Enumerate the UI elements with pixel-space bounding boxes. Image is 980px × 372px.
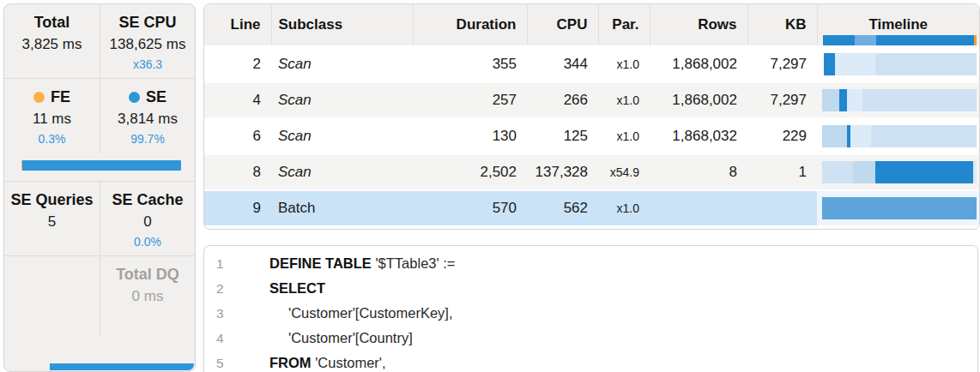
table-row[interactable]: 9Batch570562x1.0 bbox=[204, 190, 979, 225]
timeline-segment bbox=[862, 89, 977, 111]
metric-fe-label: FE bbox=[51, 88, 70, 105]
timeline-bar bbox=[822, 161, 977, 183]
timeline-segment bbox=[835, 53, 875, 75]
timings-table-body: 2Scan355344x1.01,868,0027,2974Scan257266… bbox=[204, 46, 979, 225]
query-line-code: DEFINE TABLE '$TTable3' := bbox=[256, 251, 455, 276]
metric-fe-value: 11 ms bbox=[6, 108, 98, 130]
fe-se-section: FE 11 ms 0.3% SE 3,814 ms 99.7% bbox=[4, 79, 195, 153]
column-header-kb[interactable]: KB bbox=[747, 4, 817, 46]
timeline-bar bbox=[822, 89, 977, 111]
cell-cpu: 562 bbox=[527, 190, 598, 225]
cell-line: 8 bbox=[204, 154, 271, 190]
cell-line: 2 bbox=[204, 46, 271, 82]
metric-fe: FE 11 ms 0.3% bbox=[4, 79, 100, 153]
cell-duration: 570 bbox=[413, 190, 527, 225]
cell-rows: 1,868,002 bbox=[650, 82, 747, 118]
metric-se-label: SE bbox=[146, 88, 166, 105]
query-line-number: 1 bbox=[204, 251, 256, 276]
cell-subclass: Scan bbox=[271, 46, 413, 82]
server-timings-table: Line Subclass Duration CPU Par. Rows KB … bbox=[204, 4, 979, 225]
dax-text: 'Customer', bbox=[312, 355, 386, 370]
table-header-row: Line Subclass Duration CPU Par. Rows KB … bbox=[204, 4, 979, 46]
cell-timeline bbox=[817, 154, 979, 190]
timeline-segment bbox=[855, 35, 876, 45]
cell-par: x54.9 bbox=[598, 154, 650, 190]
table-row[interactable]: 4Scan257266x1.01,868,0027,297 bbox=[204, 82, 979, 118]
metric-fe-pct: 0.3% bbox=[6, 130, 98, 147]
cell-cpu: 137,328 bbox=[527, 154, 598, 190]
total-dq-section: Total DQ 0 ms bbox=[4, 256, 195, 337]
query-line: 2SELECT bbox=[204, 276, 977, 301]
cell-par: x1.0 bbox=[598, 82, 650, 118]
cell-rows: 8 bbox=[650, 154, 747, 190]
query-line-number: 3 bbox=[204, 301, 256, 326]
column-header-subclass[interactable]: Subclass bbox=[271, 4, 413, 46]
cell-par: x1.0 bbox=[598, 46, 650, 82]
timeline-segment bbox=[850, 125, 870, 147]
cell-kb: 7,297 bbox=[747, 82, 817, 118]
timeline-segment bbox=[973, 161, 977, 183]
metric-se-cache-pct: 0.0% bbox=[102, 233, 193, 250]
metric-se-queries: SE Queries 5 bbox=[4, 182, 100, 255]
metric-total-label: Total bbox=[6, 11, 98, 33]
cell-rows: 1,868,032 bbox=[650, 118, 747, 154]
cell-subclass: Scan bbox=[271, 154, 413, 190]
cell-rows: 1,868,002 bbox=[650, 46, 747, 82]
column-header-rows[interactable]: Rows bbox=[650, 4, 747, 46]
query-text-panel: 1DEFINE TABLE '$TTable3' :=2SELECT3'Cust… bbox=[203, 245, 978, 372]
cell-kb: 229 bbox=[747, 118, 817, 154]
column-header-par[interactable]: Par. bbox=[598, 4, 650, 46]
metric-total-value: 3,825 ms bbox=[6, 33, 98, 56]
column-header-duration[interactable]: Duration bbox=[413, 4, 527, 46]
query-line-code: 'Customer'[CustomerKey], bbox=[256, 301, 453, 326]
cell-kb: 1 bbox=[747, 154, 817, 190]
cell-cpu: 344 bbox=[527, 46, 598, 82]
query-line: 3'Customer'[CustomerKey], bbox=[204, 301, 977, 326]
query-line-code: 'Customer'[Country] bbox=[256, 326, 413, 351]
metric-se-cpu-ratio: x36.3 bbox=[102, 56, 193, 73]
query-line-code: SELECT bbox=[256, 276, 325, 301]
cell-subclass: Scan bbox=[271, 82, 413, 118]
column-header-timeline[interactable]: Timeline bbox=[817, 4, 979, 46]
metric-se-cache-label: SE Cache bbox=[102, 189, 193, 211]
cell-duration: 257 bbox=[413, 82, 527, 118]
metric-se-cpu-label: SE CPU bbox=[102, 11, 193, 33]
timeline-segment bbox=[974, 35, 977, 45]
timeline-segment bbox=[822, 89, 839, 111]
se-ratio-segment bbox=[22, 160, 181, 171]
timeline-segment bbox=[847, 89, 862, 111]
column-header-timeline-label: Timeline bbox=[868, 16, 928, 33]
timeline-segment bbox=[822, 125, 847, 147]
table-row[interactable]: 2Scan355344x1.01,868,0027,297 bbox=[204, 46, 979, 82]
column-header-line[interactable]: Line bbox=[204, 4, 271, 46]
dax-text: '$TTable3' := bbox=[372, 255, 456, 271]
metric-se-queries-value: 5 bbox=[6, 211, 98, 233]
cell-timeline bbox=[817, 82, 979, 118]
timeline-bar bbox=[822, 197, 977, 219]
cell-par: x1.0 bbox=[598, 190, 650, 225]
dax-keyword: SELECT bbox=[269, 280, 325, 296]
query-line: 1DEFINE TABLE '$TTable3' := bbox=[204, 251, 977, 276]
cell-kb bbox=[747, 190, 817, 225]
timeline-segment bbox=[824, 53, 836, 75]
query-line-number: 5 bbox=[204, 351, 256, 372]
table-row[interactable]: 6Scan130125x1.01,868,032229 bbox=[204, 118, 979, 154]
cell-subclass: Batch bbox=[271, 190, 413, 225]
se-dot-icon bbox=[129, 92, 140, 103]
table-row[interactable]: 8Scan2,502137,328x54.981 bbox=[204, 154, 979, 190]
metric-total-dq-value: 0 ms bbox=[102, 285, 193, 308]
metric-se-cpu: SE CPU 138,625 ms x36.3 bbox=[100, 4, 195, 78]
query-lines: 1DEFINE TABLE '$TTable3' :=2SELECT3'Cust… bbox=[204, 251, 977, 372]
query-line: 5FROM 'Customer', bbox=[204, 351, 977, 372]
timeline-segment bbox=[876, 35, 974, 45]
query-line-number: 2 bbox=[204, 276, 256, 301]
metric-total-dq: Total DQ 0 ms bbox=[100, 256, 195, 337]
column-header-cpu[interactable]: CPU bbox=[527, 4, 598, 46]
timeline-header-bar bbox=[823, 35, 977, 45]
dax-text: 'Customer'[CustomerKey], bbox=[288, 305, 453, 321]
cell-par: x1.0 bbox=[598, 118, 650, 154]
timeline-segment bbox=[822, 161, 853, 183]
metric-se: SE 3,814 ms 99.7% bbox=[100, 79, 195, 153]
sidebar-horizontal-scrollbar[interactable] bbox=[50, 363, 194, 370]
dax-text: 'Customer'[Country] bbox=[288, 330, 413, 345]
